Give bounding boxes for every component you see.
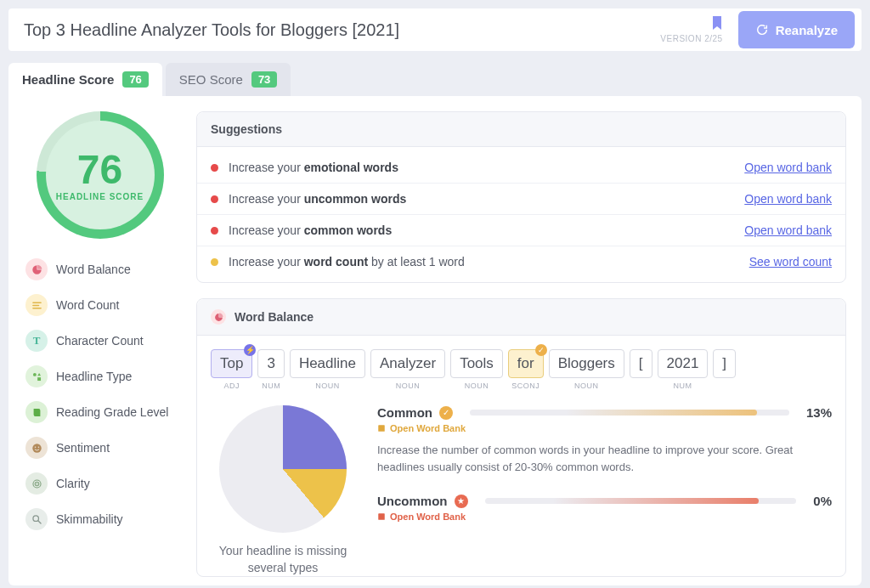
score-caption: HEADLINE SCORE <box>56 192 144 201</box>
bookmark-icon[interactable] <box>711 16 723 32</box>
breakdown-bar <box>470 410 789 416</box>
word-balance-card: Word Balance ⚡ Top ADJ 3 NUM Headline NO… <box>196 298 846 577</box>
star-icon: ★ <box>455 495 468 508</box>
sidebar-item-label: Word Balance <box>56 263 131 276</box>
suggestion-text: Increase your uncommon words <box>229 192 734 206</box>
book-icon <box>377 512 386 521</box>
svg-rect-1 <box>37 377 41 381</box>
sidebar-item-character-count[interactable]: T Character Count <box>22 325 183 356</box>
smile-icon <box>25 437 48 459</box>
reanalyze-button[interactable]: Reanalyze <box>738 11 855 48</box>
token: [ <box>630 349 652 382</box>
token: Headline NOUN <box>290 349 365 390</box>
svg-point-3 <box>34 446 36 448</box>
svg-point-4 <box>37 446 39 448</box>
token: ] <box>713 349 736 382</box>
type-icon: T <box>25 330 48 352</box>
headline-score-gauge: 76 HEADLINE SCORE <box>37 111 164 239</box>
tab-label: Headline Score <box>22 72 114 87</box>
token: 3 NUM <box>257 349 284 390</box>
open-word-bank-link[interactable]: Open word bank <box>744 192 832 206</box>
suggestion-text: Increase your word count by at least 1 w… <box>229 255 739 269</box>
breakdown-common: Common ✓ 13% Open Word Bank Increase the… <box>377 405 832 475</box>
pie-caption: Your headline is missing several types <box>211 543 355 576</box>
header-bar: Top 3 Headline Analyzer Tools for Blogge… <box>8 8 862 51</box>
tab-score-badge: 76 <box>122 71 148 88</box>
sidebar-item-label: Reading Grade Level <box>56 405 168 419</box>
sidebar-item-sentiment[interactable]: Sentiment <box>22 433 183 463</box>
score-value: 76 <box>77 150 122 190</box>
sidebar-item-label: Sentiment <box>56 441 110 455</box>
sidebar-item-word-balance[interactable]: Word Balance <box>22 254 183 285</box>
tab-seo-score[interactable]: SEO Score 73 <box>166 63 291 96</box>
sidebar-item-headline-type[interactable]: Headline Type <box>22 361 183 392</box>
open-word-bank-link[interactable]: Open Word Bank <box>377 423 832 433</box>
breakdown-title: Common <box>377 405 432 420</box>
suggestion-row: Increase your uncommon words Open word b… <box>197 183 845 214</box>
check-icon: ✓ <box>535 344 547 356</box>
sidebar-item-label: Clarity <box>56 477 90 490</box>
breakdown-uncommon: Uncommon ★ 0% Open Word Bank <box>377 494 832 522</box>
token: Tools NOUN <box>450 349 503 390</box>
header-meta: VERSION 2/25 <box>660 16 729 43</box>
target-icon <box>25 472 48 495</box>
breakdown-title: Uncommon <box>377 494 448 508</box>
token: 2021 NUM <box>658 349 709 390</box>
word-balance-header: Word Balance <box>197 299 845 336</box>
status-dot-icon <box>211 227 218 235</box>
sidebar-item-reading-grade[interactable]: Reading Grade Level <box>22 397 183 427</box>
sidebar-item-skimmability[interactable]: Skimmability <box>22 504 183 534</box>
token: ✓ for SCONJ <box>508 349 544 390</box>
see-word-count-link[interactable]: See word count <box>749 255 832 269</box>
suggestion-text: Increase your common words <box>229 223 734 237</box>
breakdown-percent: 0% <box>813 494 832 508</box>
score-tabs: Headline Score 76 SEO Score 73 <box>8 63 862 96</box>
book-icon <box>25 401 48 423</box>
token: Analyzer NOUN <box>370 349 445 390</box>
tab-headline-score[interactable]: Headline Score 76 <box>8 63 162 96</box>
suggestions-list: Increase your emotional words Open word … <box>197 147 845 282</box>
open-word-bank-link[interactable]: Open word bank <box>744 223 832 237</box>
word-balance-breakdown: Common ✓ 13% Open Word Bank Increase the… <box>377 405 832 576</box>
sidebar-item-label: Word Count <box>56 298 119 312</box>
breakdown-bar <box>485 498 797 504</box>
sidebar-item-clarity[interactable]: Clarity <box>22 468 183 499</box>
suggestion-text: Increase your emotional words <box>229 161 734 174</box>
headline-title: Top 3 Headline Analyzer Tools for Blogge… <box>24 20 660 40</box>
check-icon: ✓ <box>439 406 453 420</box>
sidebar-item-word-count[interactable]: Word Count <box>22 290 183 320</box>
main-panel: 76 HEADLINE SCORE Word Balance Word Coun… <box>8 96 862 585</box>
sidebar-item-label: Skimmability <box>56 512 123 526</box>
search-icon <box>25 508 48 530</box>
reanalyze-label: Reanalyze <box>776 23 838 37</box>
open-word-bank-link[interactable]: Open word bank <box>744 161 832 174</box>
svg-point-2 <box>32 444 41 452</box>
pie-icon <box>211 309 226 325</box>
card-title: Word Balance <box>234 310 314 324</box>
word-balance-pie-chart <box>219 405 347 533</box>
breakdown-description: Increase the number of common words in y… <box>377 442 832 475</box>
shapes-icon <box>25 365 48 387</box>
right-column: Suggestions Increase your emotional word… <box>191 111 862 585</box>
pie-icon <box>25 258 48 280</box>
word-balance-body: Your headline is missing several types C… <box>197 397 845 576</box>
svg-rect-9 <box>378 425 385 432</box>
token: ⚡ Top ADJ <box>211 349 252 390</box>
svg-rect-10 <box>378 513 385 520</box>
section-nav: Word Balance Word Count T Character Coun… <box>17 254 183 534</box>
bolt-icon: ⚡ <box>244 344 256 356</box>
tab-score-badge: 73 <box>251 71 277 88</box>
book-icon <box>377 424 386 433</box>
tab-label: SEO Score <box>179 72 243 87</box>
sidebar-item-label: Headline Type <box>56 370 132 383</box>
sidebar-item-label: Character Count <box>56 334 144 348</box>
suggestions-card: Suggestions Increase your emotional word… <box>196 111 846 283</box>
lines-icon <box>25 294 48 316</box>
refresh-icon <box>755 23 769 37</box>
suggestions-header: Suggestions <box>197 112 845 147</box>
suggestion-row: Increase your emotional words Open word … <box>197 152 845 183</box>
left-column: 76 HEADLINE SCORE Word Balance Word Coun… <box>8 111 191 585</box>
open-word-bank-link[interactable]: Open Word Bank <box>377 512 832 522</box>
word-balance-pie-column: Your headline is missing several types <box>211 405 355 576</box>
version-label: VERSION 2/25 <box>660 34 722 43</box>
